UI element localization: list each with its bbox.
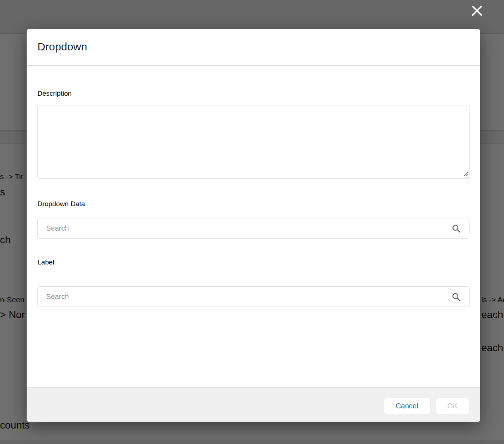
dropdown-data-search-input[interactable] (37, 218, 469, 239)
dropdown-data-search-wrap (37, 218, 469, 239)
modal-footer: Cancel OK (27, 387, 480, 422)
ok-button[interactable]: OK (436, 398, 469, 414)
label-search-wrap (37, 286, 469, 307)
cancel-button[interactable]: Cancel (384, 398, 430, 414)
description-label: Description (37, 89, 72, 98)
label-search-input[interactable] (37, 286, 469, 307)
modal-title: Dropdown (37, 41, 87, 53)
dropdown-modal: Dropdown Description Dropdown Data Label (27, 29, 480, 422)
modal-header: Dropdown (27, 29, 480, 66)
description-textarea[interactable] (37, 105, 469, 179)
close-icon (470, 4, 484, 19)
dropdown-data-label: Dropdown Data (37, 200, 85, 208)
description-field-wrap (37, 105, 469, 179)
label-field-label: Label (37, 258, 54, 267)
modal-close-button[interactable] (468, 3, 486, 19)
